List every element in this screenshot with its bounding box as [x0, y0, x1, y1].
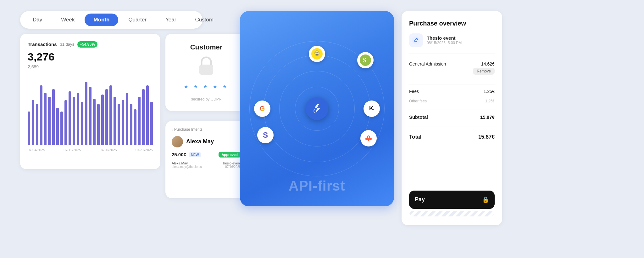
period-btn-quarter[interactable]: Quarter — [119, 14, 155, 26]
badge-new: NEW — [189, 152, 201, 157]
api-panel: S G K. S — [240, 11, 394, 206]
pay-lock-icon: 🔒 — [482, 196, 489, 203]
pi-amount-row: 25.00€ NEW Approved — [172, 152, 241, 158]
purchase-intents-card: ‹ Purchase Intents Alexa May 25.00€ NEW … — [165, 121, 247, 198]
po-subtotal-label: Subtotal — [409, 114, 428, 120]
badge-approved: Approved — [219, 152, 241, 158]
small-cards: Customer * * * * * secured by GDPR ‹ — [165, 34, 247, 198]
customer-title: Customer — [190, 43, 223, 51]
period-btn-month[interactable]: Month — [85, 14, 118, 26]
po-event-name: Thesio event — [427, 35, 462, 41]
bar — [77, 93, 79, 145]
bar — [142, 89, 145, 145]
svg-rect-9 — [368, 139, 369, 141]
transactions-card: Transactions 31 days +54.85% 3,276 2,589… — [20, 34, 160, 169]
chart-date-2: 07/12/2025 — [64, 148, 81, 152]
bar — [69, 91, 71, 145]
left-panel: Day Week Month Quarter Year Custom Trans… — [20, 11, 232, 198]
divider-2 — [409, 110, 495, 110]
pay-label: Pay — [415, 196, 425, 203]
pi-right-detail: Thesio event 07/16/2025 — [221, 161, 241, 169]
bar — [150, 102, 153, 145]
api-circles: S G K. S — [251, 43, 383, 175]
pi-details: Alexa May alexa.may@thesio.eu Thesio eve… — [172, 161, 241, 169]
bar — [89, 87, 92, 145]
po-total-label: Total — [409, 134, 421, 140]
bar — [73, 97, 75, 145]
bar — [138, 97, 141, 145]
hubspot-icon — [360, 130, 377, 146]
lock-icon — [197, 55, 216, 79]
po-subtotal: Subtotal 15.87€ — [409, 114, 495, 120]
bar — [81, 102, 83, 145]
po-other-fees: Other fees 1.25€ — [409, 99, 495, 103]
svg-point-5 — [317, 52, 318, 53]
bar — [52, 89, 55, 145]
period-btn-week[interactable]: Week — [52, 14, 83, 26]
chart-date-1: 07/04/2025 — [28, 148, 45, 152]
bar — [105, 89, 108, 145]
stripe-icon: S — [257, 127, 274, 143]
period-btn-day[interactable]: Day — [24, 14, 51, 26]
klarna-icon: K. — [364, 100, 380, 117]
period-btn-custom[interactable]: Custom — [186, 14, 222, 26]
api-first-text: API-first — [289, 178, 345, 194]
pi-person-name: Alexa May — [186, 138, 214, 145]
avatar — [172, 136, 183, 147]
pay-button[interactable]: Pay 🔒 — [409, 191, 495, 209]
svg-point-4 — [315, 52, 316, 53]
bar — [28, 112, 30, 145]
bar — [60, 112, 63, 145]
transactions-title: Transactions — [28, 42, 57, 47]
bar — [56, 108, 59, 145]
customer-card: Customer * * * * * secured by GDPR — [165, 34, 247, 111]
po-total: Total 15.87€ — [409, 134, 495, 140]
purchase-overview-title: Purchase overview — [409, 20, 495, 27]
bar — [44, 93, 47, 145]
po-fees-label: Fees — [409, 89, 419, 94]
bar — [85, 82, 87, 145]
bar — [118, 104, 120, 145]
transactions-sub: 2,589 — [28, 64, 153, 69]
po-event-row: Thesio event 08/15/2025, 5:00 PM — [409, 33, 495, 54]
cards-row: Transactions 31 days +54.85% 3,276 2,589… — [20, 34, 232, 198]
po-fees: Fees 1.25€ — [409, 89, 495, 94]
bar — [134, 109, 136, 145]
remove-button[interactable]: Remove — [473, 68, 495, 75]
period-btn-year[interactable]: Year — [157, 14, 185, 26]
po-event-info: Thesio event 08/15/2025, 5:00 PM — [427, 35, 462, 45]
po-ga-value: 14.62€ — [473, 61, 495, 66]
svg-rect-0 — [199, 65, 213, 75]
bar — [101, 95, 104, 145]
pi-back-label: Purchase Intents — [174, 127, 203, 132]
svg-point-13 — [412, 36, 420, 44]
po-event-date: 08/15/2025, 5:00 PM — [427, 41, 462, 45]
divider-1 — [409, 84, 495, 84]
po-general-admission: General Admission 14.62€ Remove — [409, 61, 495, 75]
divider-3 — [409, 127, 495, 127]
po-ga-label: General Admission — [409, 61, 446, 66]
bar — [48, 97, 51, 145]
bar — [32, 100, 34, 145]
center-logo — [306, 97, 328, 120]
transactions-number: 3,276 — [28, 51, 153, 63]
chart-date-3: 07/20/2025 — [100, 148, 117, 152]
chevron-left-icon: ‹ — [172, 127, 173, 132]
po-subtotal-value: 15.87€ — [480, 114, 495, 120]
bar — [114, 97, 116, 145]
bar — [126, 93, 128, 145]
spacer — [409, 143, 495, 191]
pi-amount: 25.00€ — [172, 152, 186, 157]
pi-event: Thesio event — [221, 161, 241, 165]
po-fees-value: 1.25€ — [484, 89, 495, 94]
pi-back[interactable]: ‹ Purchase Intents — [172, 127, 241, 132]
google-icon: G — [254, 100, 270, 117]
bar-chart — [28, 76, 153, 145]
gdpr-text: secured by GDPR — [191, 97, 222, 101]
pi-date: 07/16/2025 — [221, 165, 241, 169]
svg-point-11 — [365, 138, 368, 140]
svg-text:S: S — [363, 57, 366, 64]
bar — [146, 85, 149, 145]
pi-email: alexa.may@thesio.eu — [172, 165, 202, 169]
receipt-edge — [409, 211, 495, 216]
